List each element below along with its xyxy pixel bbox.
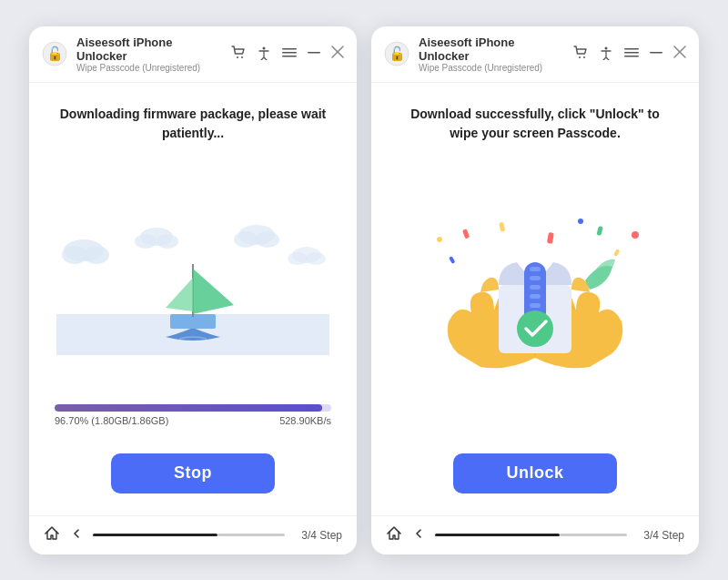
content-right: Download successfully, click "Unlock" to… [371,83,699,515]
svg-rect-6 [282,52,297,54]
svg-point-15 [135,234,157,249]
app-logo-left: 🔓 [42,41,67,66]
svg-point-42 [437,237,442,242]
svg-rect-38 [596,226,602,236]
step-label-right: 3/4 Step [643,529,684,542]
svg-text:🔓: 🔓 [46,46,64,62]
svg-rect-34 [650,52,662,54]
svg-point-30 [605,46,608,49]
svg-point-21 [288,252,308,265]
step-line-left [93,534,285,536]
svg-rect-32 [624,52,639,54]
left-window: 🔓 Aiseesoft iPhone Unlocker Wipe Passcod… [29,26,357,555]
svg-rect-7 [282,56,297,57]
svg-point-12 [62,246,87,264]
svg-point-18 [234,231,258,248]
close-icon-left[interactable] [331,46,344,62]
svg-rect-55 [499,222,505,232]
svg-point-13 [84,246,109,264]
svg-point-41 [632,231,639,239]
svg-point-3 [241,56,243,58]
svg-rect-5 [282,48,297,50]
svg-point-4 [263,46,266,49]
status-text-right: Download successfully, click "Unlock" to… [397,105,673,143]
svg-point-28 [579,56,581,58]
app-subtitle-left: Wipe Passcode (Unregistered) [76,63,222,73]
home-icon-left[interactable] [44,525,60,545]
bottom-bar-right: 3/4 Step [371,515,699,555]
illustration-right [397,161,673,446]
app-subtitle-right: Wipe Passcode (Unregistered) [419,63,564,73]
svg-point-29 [583,56,585,58]
status-text-left: Downloading firmware package, please wai… [55,105,331,143]
app-title-right: Aiseesoft iPhone Unlocker [419,36,564,63]
svg-rect-33 [624,56,639,57]
svg-point-16 [157,234,178,249]
svg-text:🔓: 🔓 [389,46,406,62]
app-title-left: Aiseesoft iPhone Unlocker [76,36,222,63]
progress-container: 96.70% (1.80GB/1.86GB) 528.90KB/s [55,404,331,426]
svg-point-53 [517,310,553,347]
svg-point-43 [578,219,583,224]
svg-point-22 [306,252,326,265]
back-icon-right[interactable] [411,526,426,544]
illustration-left [55,161,331,404]
bottom-bar-left: 3/4 Step [29,515,357,555]
svg-rect-39 [613,249,620,257]
unlock-button[interactable]: Unlock [453,453,617,494]
svg-rect-31 [624,48,639,50]
right-window: 🔓 Aiseesoft iPhone Unlocker Wipe Passcod… [371,26,699,555]
svg-rect-40 [449,256,455,264]
svg-point-19 [256,231,279,248]
content-left: Downloading firmware package, please wai… [29,83,357,515]
menu-icon-left[interactable] [282,46,297,63]
minimize-icon-left[interactable] [308,46,320,62]
svg-rect-48 [530,285,541,290]
progress-left-label: 96.70% (1.80GB/1.86GB) [55,415,168,426]
progress-fill [55,404,322,412]
cart-icon-right[interactable] [573,46,588,63]
title-bar-left: 🔓 Aiseesoft iPhone Unlocker Wipe Passcod… [29,26,357,83]
app-logo-right: 🔓 [384,41,410,66]
accessibility-icon-left[interactable] [257,46,271,63]
svg-point-2 [237,56,238,58]
svg-rect-46 [530,267,541,271]
home-icon-right[interactable] [386,525,402,545]
progress-track [55,404,331,412]
step-label-left: 3/4 Step [301,529,342,542]
close-icon-right[interactable] [673,46,686,62]
svg-rect-54 [547,232,554,244]
progress-right-label: 528.90KB/s [279,415,331,426]
svg-rect-50 [530,303,541,308]
title-bar-right: 🔓 Aiseesoft iPhone Unlocker Wipe Passcod… [371,26,699,83]
svg-rect-37 [462,229,470,239]
minimize-icon-right[interactable] [650,46,662,62]
accessibility-icon-right[interactable] [599,46,613,63]
svg-rect-49 [530,294,541,299]
success-illustration [408,212,662,394]
step-line-right [435,534,627,536]
menu-icon-right[interactable] [624,46,639,63]
svg-rect-8 [308,52,320,54]
back-icon-left[interactable] [69,526,84,544]
cart-icon-left[interactable] [231,46,246,63]
stop-button[interactable]: Stop [111,453,275,494]
svg-rect-47 [530,276,541,280]
